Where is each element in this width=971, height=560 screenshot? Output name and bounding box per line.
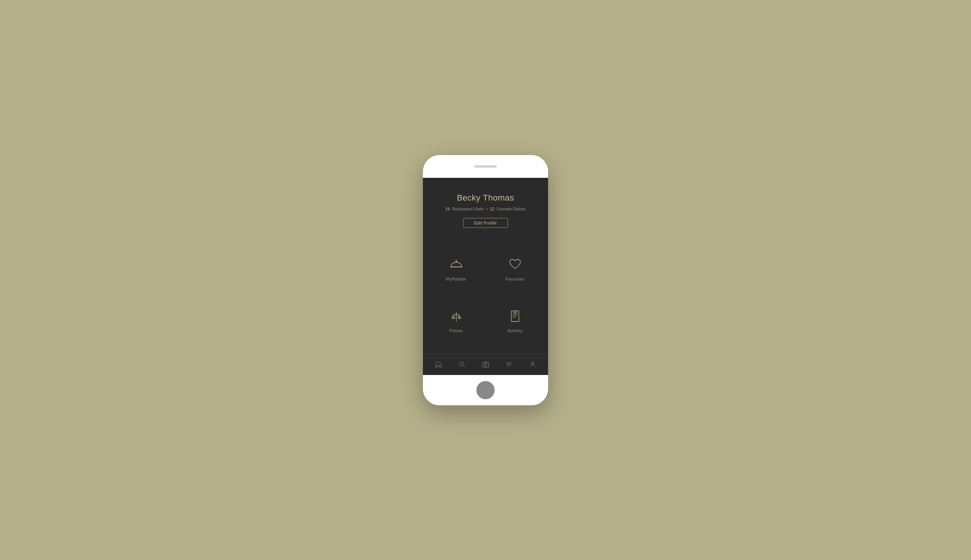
heart-icon: [507, 256, 524, 273]
svg-line-19: [463, 365, 465, 367]
visits-count: 19: [445, 207, 450, 211]
svg-rect-13: [511, 311, 519, 322]
menu-item-activity[interactable]: Activity: [486, 295, 544, 346]
phone-screen: Becky Thomas 19 Restuarant Visits • 12 F…: [423, 178, 548, 375]
svg-point-2: [455, 260, 457, 261]
menu-item-my-palette[interactable]: MyPalette: [427, 243, 486, 295]
user-name: Becky Thomas: [457, 193, 514, 203]
nav-camera[interactable]: [478, 357, 493, 372]
bottom-nav: [423, 354, 548, 375]
menu-grid: MyPalette Favorites: [423, 235, 548, 354]
nav-home[interactable]: [431, 357, 446, 372]
phone-mockup: Becky Thomas 19 Restuarant Visits • 12 F…: [423, 155, 548, 405]
phone-top-bar: [423, 155, 548, 178]
svg-point-21: [484, 364, 487, 366]
nav-search[interactable]: [454, 357, 470, 372]
svg-point-18: [459, 362, 463, 365]
menu-item-places[interactable]: Places: [427, 295, 486, 346]
receipt-icon: [507, 308, 524, 325]
places-label: Places: [449, 328, 463, 333]
stats-dot: •: [486, 207, 487, 211]
activity-label: Activity: [507, 328, 522, 333]
edit-profile-button[interactable]: Edit Profile: [463, 218, 507, 228]
cloche-icon: [448, 256, 465, 273]
svg-rect-20: [482, 363, 489, 367]
home-button[interactable]: [476, 381, 495, 399]
user-stats: 19 Restuarant Visits • 12 Favorite Dishe…: [445, 207, 526, 211]
favorites-label: Favorites: [506, 277, 525, 281]
nav-list[interactable]: [501, 357, 517, 372]
favorites-label: Favorite Dishes: [497, 207, 526, 211]
my-palette-label: MyPalette: [446, 277, 466, 281]
restaurant-icon: [448, 308, 465, 325]
phone-speaker: [474, 165, 497, 168]
menu-item-favorites[interactable]: Favorites: [486, 243, 544, 295]
visits-label: Restuarant Visits: [452, 207, 484, 211]
svg-point-25: [531, 362, 534, 364]
profile-section: Becky Thomas 19 Restuarant Visits • 12 F…: [423, 178, 548, 235]
phone-bottom-bar: [423, 375, 548, 405]
svg-point-17: [514, 311, 516, 313]
favorites-count: 12: [490, 207, 494, 211]
nav-profile[interactable]: [525, 357, 540, 372]
